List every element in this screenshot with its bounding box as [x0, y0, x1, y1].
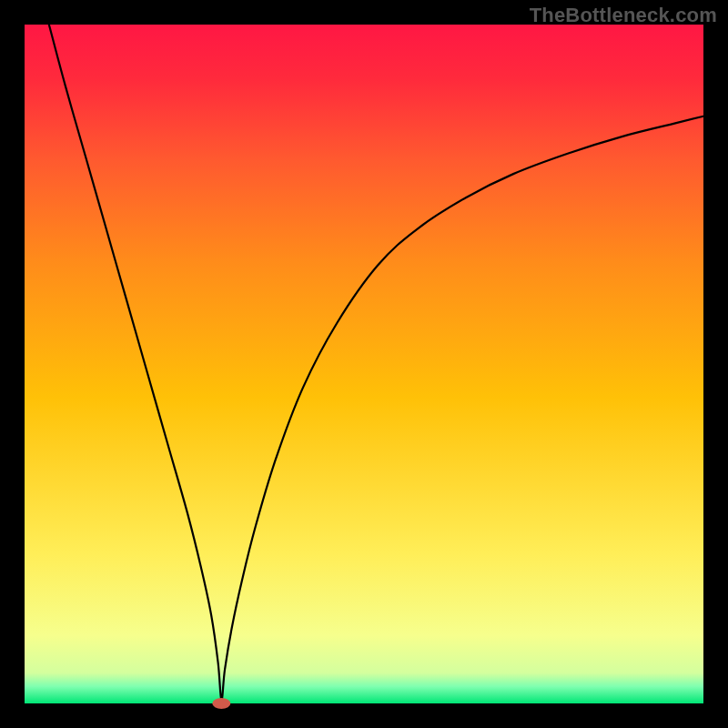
- watermark-label: TheBottleneck.com: [530, 4, 717, 27]
- chart-plot-area: [25, 25, 703, 703]
- chart-svg: [0, 0, 728, 728]
- optimum-marker: [212, 698, 230, 709]
- bottleneck-chart: TheBottleneck.com: [0, 0, 728, 728]
